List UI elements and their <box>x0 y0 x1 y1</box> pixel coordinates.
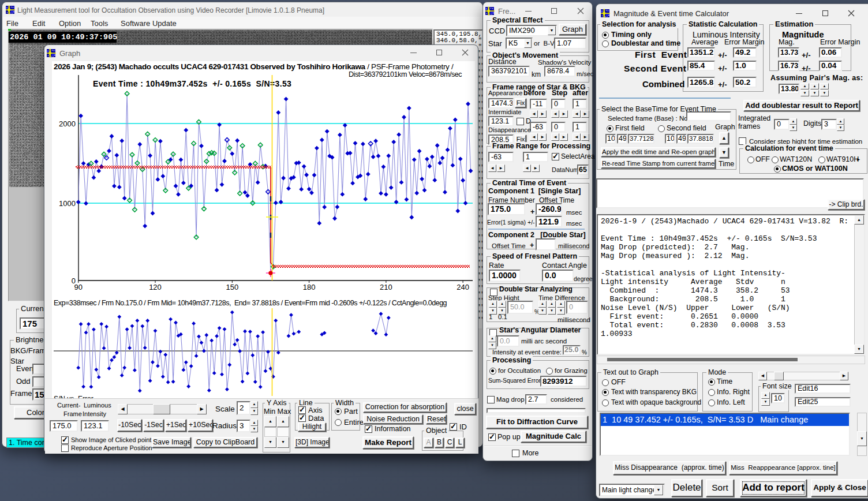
svg-text:210: 210 <box>380 283 392 291</box>
svg-text:90: 90 <box>74 283 82 291</box>
svg-text:2000: 2000 <box>59 119 76 128</box>
svg-text:180: 180 <box>303 283 316 291</box>
svg-text:150: 150 <box>226 283 238 291</box>
svg-text:1000: 1000 <box>59 199 76 208</box>
svg-text:120: 120 <box>149 283 162 291</box>
svg-text:240: 240 <box>457 283 469 291</box>
